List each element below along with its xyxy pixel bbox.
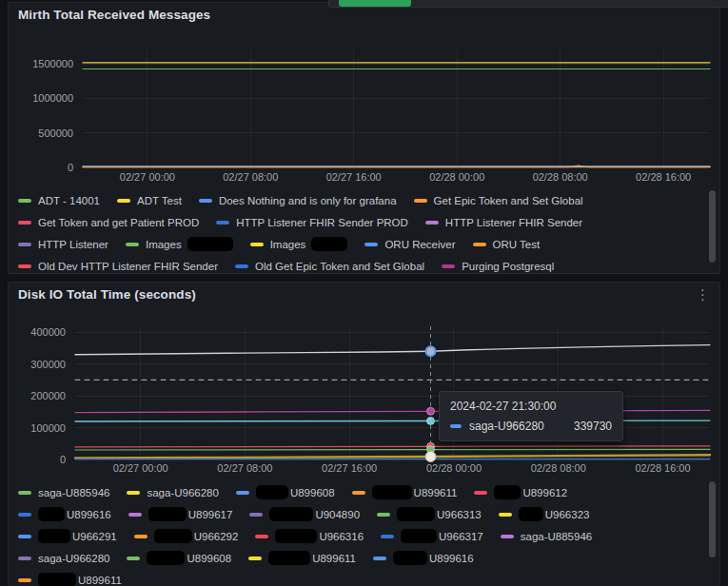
- legend-scrollbar-thumb[interactable]: [709, 481, 716, 557]
- redaction-box: [147, 551, 185, 565]
- legend-label: HTTP Listener FHIR Sender PROD: [236, 217, 408, 228]
- legend-item-oru-test[interactable]: ORU Test: [473, 239, 541, 250]
- legend-label: Does Nothing and is only for grafana: [219, 195, 397, 206]
- series-color-swatch: [199, 199, 212, 203]
- legend-label: U899611: [312, 553, 356, 564]
- legend-label: U966292: [194, 531, 239, 542]
- series-color-swatch: [352, 491, 365, 495]
- legend-item-u899608[interactable]: U899608: [236, 485, 335, 499]
- x-tick-label: 02/28 16:00: [636, 171, 691, 183]
- series-color-swatch: [18, 535, 31, 538]
- series-line-tan-series: [75, 455, 710, 458]
- redaction-box: [268, 551, 310, 565]
- legend-item-u966316[interactable]: U966316: [255, 529, 364, 543]
- legend-item-u899616[interactable]: U899616: [18, 507, 111, 521]
- tooltip-series-value: 339730: [555, 420, 612, 433]
- legend-item-adt-14001[interactable]: ADT - 14001: [18, 195, 100, 206]
- legend-row: U899611: [18, 569, 704, 586]
- series-line-saga-u966280: [75, 345, 710, 355]
- legend-item-saga-u885946[interactable]: saga-U885946: [501, 531, 592, 542]
- legend-item-saga-u966280[interactable]: saga-U966280: [18, 553, 109, 564]
- legend-item-u899612[interactable]: U899612: [474, 485, 567, 499]
- series-color-swatch: [425, 221, 439, 225]
- legend-item-u899617[interactable]: U899617: [128, 507, 233, 521]
- tooltip-timestamp: 2024-02-27 21:30:00: [450, 400, 612, 413]
- series-color-swatch: [250, 243, 264, 246]
- legend-item-http-listener-fhir-sender[interactable]: HTTP Listener FHIR Sender: [425, 217, 582, 228]
- x-tick-label: 02/27 08:00: [223, 171, 278, 183]
- legend-item-u966292[interactable]: U966292: [134, 529, 239, 543]
- legend-item-does-nothing-and-is-only-for-grafana[interactable]: Does Nothing and is only for grafana: [199, 195, 397, 206]
- legend-item-u966317[interactable]: U966317: [381, 529, 483, 543]
- legend-item-get-epic-token-and-set-global[interactable]: Get Epic Token and Set Global: [414, 195, 583, 206]
- legend-label: Images: [146, 239, 182, 250]
- series-color-swatch: [134, 535, 148, 538]
- legend-item-images[interactable]: Images: [250, 237, 348, 251]
- redaction-box: [256, 485, 288, 499]
- series-color-swatch: [18, 243, 31, 246]
- series-color-swatch: [442, 264, 455, 268]
- series-color-swatch: [501, 535, 514, 538]
- series-color-swatch: [18, 578, 31, 582]
- legend-label: U899608: [187, 553, 231, 564]
- legend-label: U966316: [319, 531, 364, 542]
- legend-label: U966291: [72, 531, 117, 542]
- legend-row: HTTP ListenerImagesImagesORU ReceiverORU…: [18, 233, 704, 255]
- apply-button-fragment[interactable]: [339, 0, 411, 7]
- legend-label: ORU Test: [493, 239, 541, 250]
- legend-scrollbar-thumb[interactable]: [709, 190, 716, 263]
- legend-item-u899611[interactable]: U899611: [18, 573, 122, 586]
- legend-label: saga-U885946: [521, 531, 592, 542]
- legend-item-old-dev-http-listener-fhir-sender[interactable]: Old Dev HTTP Listener FHIR Sender: [18, 261, 218, 272]
- legend-item-u899616[interactable]: U899616: [373, 551, 474, 565]
- x-tick-label: 02/28 08:00: [531, 462, 586, 474]
- timeseries-chart[interactable]: 010000020000030000040000002/27 00:0002/2…: [9, 283, 719, 477]
- series-color-swatch: [18, 199, 31, 203]
- y-tick-label: 0: [60, 454, 66, 465]
- y-tick-label: 300000: [30, 359, 66, 370]
- legend-item-saga-u966280[interactable]: saga-U966280: [127, 487, 218, 498]
- legend-label: Get Token and get Patient PROD: [38, 217, 199, 228]
- legend-item-u966291[interactable]: U966291: [18, 529, 117, 543]
- legend-item-http-listener-fhir-sender-prod[interactable]: HTTP Listener FHIR Sender PROD: [216, 217, 408, 228]
- legend-item-get-token-and-get-patient-prod[interactable]: Get Token and get Patient PROD: [18, 217, 199, 228]
- legend-item-purging-postgresql[interactable]: Purging Postgresql: [442, 261, 554, 272]
- legend-item-u899611[interactable]: U899611: [248, 551, 356, 565]
- legend-label: U899616: [429, 553, 474, 564]
- timeseries-chart[interactable]: 05000001000000150000002/27 00:0002/27 08…: [9, 3, 719, 189]
- redaction-box: [187, 237, 233, 251]
- legend-row: U899616U899617U904890U966313U966323: [18, 503, 704, 525]
- chart-legend: ADT - 14001ADT TestDoes Nothing and is o…: [18, 189, 704, 274]
- panel-mirth-total-received-messages: Mirth Total Received Messages 0500000100…: [8, 2, 720, 274]
- crosshair-point: [427, 407, 435, 415]
- legend-item-u966313[interactable]: U966313: [377, 507, 482, 521]
- series-color-swatch: [381, 535, 394, 538]
- series-color-swatch: [18, 513, 31, 517]
- legend-item-images[interactable]: Images: [126, 237, 233, 251]
- legend-label: HTTP Listener: [38, 239, 108, 250]
- legend-item-old-get-epic-token-and-set-global[interactable]: Old Get Epic Token and Set Global: [235, 261, 424, 272]
- legend-item-saga-u885946[interactable]: saga-U885946: [18, 487, 109, 498]
- legend-item-u966323[interactable]: U966323: [499, 507, 590, 521]
- legend-item-adt-test[interactable]: ADT Test: [117, 195, 182, 206]
- legend-label: U899611: [78, 575, 122, 586]
- series-color-swatch: [414, 199, 427, 203]
- series-color-swatch: [235, 264, 248, 268]
- y-tick-label: 500000: [38, 127, 73, 139]
- legend-item-u899611[interactable]: U899611: [352, 485, 458, 499]
- x-tick-label: 02/28 08:00: [533, 171, 588, 183]
- redaction-box: [393, 551, 427, 565]
- series-color-swatch: [18, 264, 31, 268]
- legend-label: saga-U966280: [147, 487, 218, 498]
- legend-item-oru-receiver[interactable]: ORU Receiver: [364, 239, 455, 250]
- redaction-box: [38, 529, 70, 543]
- series-color-swatch: [473, 243, 486, 246]
- x-tick-label: 02/28 00:00: [429, 171, 484, 183]
- legend-label: ADT Test: [137, 195, 182, 206]
- legend-item-u904890[interactable]: U904890: [249, 507, 360, 521]
- legend-item-http-listener[interactable]: HTTP Listener: [18, 239, 108, 250]
- redaction-box: [401, 529, 437, 543]
- chart-legend: saga-U885946saga-U966280U899608U899611U8…: [18, 481, 704, 586]
- legend-item-u899608[interactable]: U899608: [127, 551, 231, 565]
- y-tick-label: 200000: [30, 390, 66, 401]
